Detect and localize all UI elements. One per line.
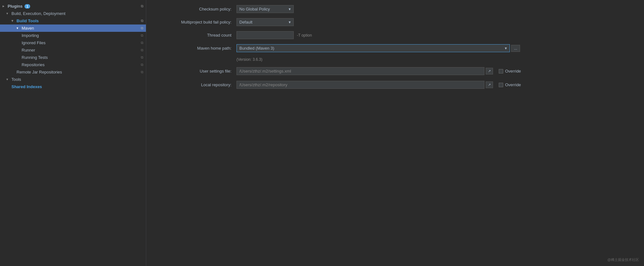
- copy-icon-remote-jar: ⧉: [141, 70, 143, 74]
- sidebar-item-label-maven: Maven: [22, 26, 34, 31]
- copy-icon-ignored-files: ⧉: [141, 41, 143, 45]
- sidebar-item-repositories[interactable]: Repositories ⧉: [0, 61, 146, 68]
- local-repo-row: Local repository: ↗ Override: [154, 80, 636, 89]
- sidebar-item-build-execution[interactable]: ▾ Build, Execution, Deployment: [0, 10, 146, 17]
- main-content: Checksum policy: No Global Policy ▾ Mult…: [146, 0, 644, 266]
- thread-count-row: Thread count -T option: [154, 31, 636, 39]
- user-settings-override-label: Override: [505, 69, 521, 74]
- multiproject-fail-policy-value: Default: [239, 20, 286, 24]
- checksum-policy-value: No Global Policy: [239, 7, 286, 11]
- local-repo-input[interactable]: [236, 81, 484, 89]
- checksum-policy-row: Checksum policy: No Global Policy ▾: [154, 5, 636, 13]
- multiproject-fail-policy-row: Multiproject build fail policy: Default …: [154, 18, 636, 26]
- sidebar-item-importing[interactable]: Importing ⧉: [0, 32, 146, 39]
- user-settings-label: User settings file:: [154, 69, 236, 74]
- maven-home-path-control: Bundled (Maven 3) ▾ ...: [236, 44, 636, 52]
- user-settings-row: User settings file: ↗ Override: [154, 67, 636, 75]
- sidebar-item-label-remote-jar: Remote Jar Repositories: [17, 70, 62, 74]
- sidebar-item-tools[interactable]: ▾ Tools: [0, 76, 146, 83]
- user-settings-override-item: Override: [499, 69, 521, 74]
- sidebar-item-label-importing: Importing: [22, 33, 39, 38]
- sidebar-item-label-build-tools: Build Tools: [17, 18, 39, 23]
- local-repo-override-checkbox[interactable]: [499, 83, 503, 87]
- local-repo-override-section: Override: [496, 80, 524, 89]
- maven-home-value: Bundled (Maven 3): [239, 46, 502, 51]
- sidebar-item-runner[interactable]: Runner ⧉: [0, 46, 146, 54]
- maven-home-path-row: Maven home path: Bundled (Maven 3) ▾ ...: [154, 44, 636, 52]
- sidebar-item-ignored-files[interactable]: Ignored Files ⧉: [0, 39, 146, 46]
- sidebar: ▸ Plugins 1 ⧉ ▾ Build, Execution, Deploy…: [0, 0, 146, 266]
- sidebar-item-label-plugins: Plugins: [8, 4, 23, 9]
- copy-icon-plugins: ⧉: [141, 4, 143, 8]
- user-settings-browse-button[interactable]: ↗: [486, 68, 493, 74]
- local-repo-browse-button[interactable]: ↗: [486, 81, 493, 88]
- copy-icon-running-tests: ⧉: [141, 55, 143, 60]
- local-repo-control: ↗ Override: [236, 80, 636, 89]
- multiproject-fail-policy-arrow: ▾: [289, 20, 291, 24]
- plugins-badge: 1: [24, 4, 30, 9]
- multiproject-fail-policy-control: Default ▾: [236, 18, 636, 26]
- maven-home-path-label: Maven home path:: [154, 46, 236, 51]
- sidebar-item-label-shared-indexes: Shared Indexes: [11, 84, 42, 89]
- copy-icon-build-tools: ⧉: [141, 19, 143, 23]
- sidebar-item-label-running-tests: Running Tests: [22, 55, 48, 60]
- local-repo-override-label: Override: [505, 82, 521, 87]
- sidebar-item-plugins[interactable]: ▸ Plugins 1 ⧉: [0, 3, 146, 10]
- local-repo-label: Local repository:: [154, 82, 236, 87]
- multiproject-fail-policy-dropdown[interactable]: Default ▾: [236, 18, 294, 26]
- thread-count-control: -T option: [236, 31, 636, 39]
- thread-count-hint: -T option: [297, 33, 312, 38]
- expand-icon-build-execution: ▾: [6, 11, 10, 16]
- version-control: (Version: 3.6.3): [236, 57, 636, 62]
- user-settings-input[interactable]: [236, 67, 484, 75]
- watermark: @稀土掘金技术社区: [607, 257, 639, 262]
- sidebar-item-shared-indexes[interactable]: Shared Indexes: [0, 83, 146, 90]
- sidebar-item-remote-jar[interactable]: Remote Jar Repositories ⧉: [0, 68, 146, 76]
- checksum-policy-dropdown[interactable]: No Global Policy ▾: [236, 5, 294, 13]
- sidebar-item-label-repositories: Repositories: [22, 62, 45, 67]
- maven-home-dropdown[interactable]: Bundled (Maven 3) ▾: [236, 44, 510, 52]
- checksum-policy-control: No Global Policy ▾: [236, 5, 636, 13]
- user-settings-override-checkbox[interactable]: [499, 69, 503, 74]
- thread-count-label: Thread count: [154, 33, 236, 38]
- expand-icon-tools: ▾: [6, 77, 10, 81]
- maven-home-browse-button[interactable]: ...: [511, 45, 520, 52]
- sidebar-item-maven[interactable]: ▾ Maven ⧉: [0, 24, 146, 32]
- maven-home-arrow: ▾: [505, 46, 507, 51]
- copy-icon-repositories: ⧉: [141, 63, 143, 67]
- sidebar-item-label-ignored-files: Ignored Files: [22, 40, 45, 45]
- user-settings-control: ↗ Override: [236, 67, 636, 75]
- sidebar-item-label-runner: Runner: [22, 48, 35, 52]
- checksum-policy-arrow: ▾: [289, 7, 291, 11]
- thread-count-input[interactable]: [236, 31, 294, 39]
- sidebar-item-label-tools: Tools: [11, 77, 21, 82]
- sidebar-item-label-build-execution: Build, Execution, Deployment: [11, 11, 65, 16]
- version-row: (Version: 3.6.3): [154, 57, 636, 62]
- local-repo-override-item: Override: [499, 82, 521, 87]
- sidebar-item-build-tools[interactable]: ▾ Build Tools ⧉: [0, 17, 146, 24]
- copy-icon-runner: ⧉: [141, 48, 143, 52]
- sidebar-item-running-tests[interactable]: Running Tests ⧉: [0, 54, 146, 61]
- copy-icon-importing: ⧉: [141, 33, 143, 38]
- expand-icon-build-tools: ▾: [11, 19, 15, 23]
- maven-version-text: (Version: 3.6.3): [236, 57, 262, 62]
- checksum-policy-label: Checksum policy:: [154, 7, 236, 11]
- user-settings-override-section: Override: [496, 67, 524, 75]
- copy-icon-maven: ⧉: [141, 26, 143, 30]
- multiproject-fail-policy-label: Multiproject build fail policy:: [154, 20, 236, 24]
- expand-icon-maven: ▾: [17, 26, 20, 30]
- expand-icon-plugins: ▸: [3, 4, 6, 8]
